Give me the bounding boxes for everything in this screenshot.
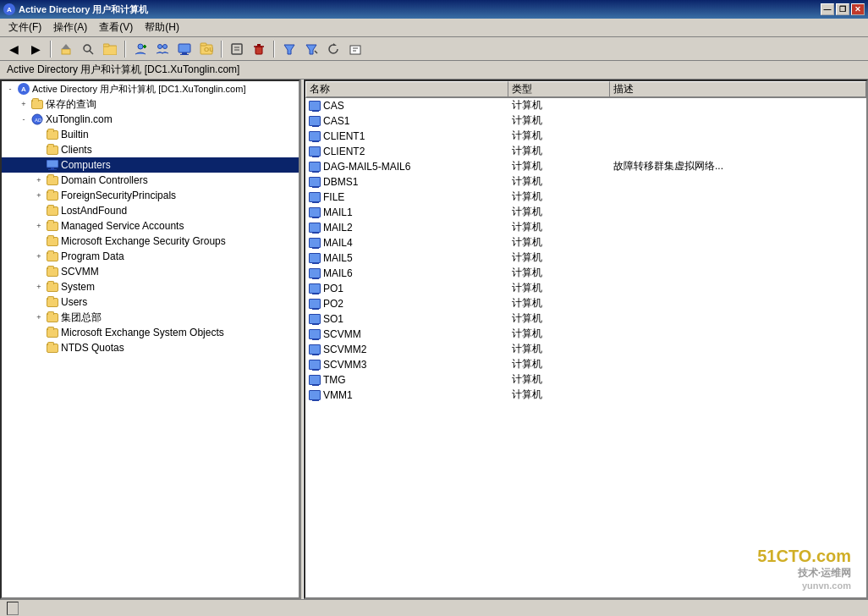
tree-item-system[interactable]: + System: [2, 279, 299, 294]
list-item-name: DAG-MAIL5-MAIL6: [323, 161, 410, 173]
computer-icon: [309, 253, 321, 263]
tree-icon-users: [46, 295, 59, 309]
tree-item-managed-service[interactable]: + Managed Service Accounts: [2, 218, 299, 234]
list-item[interactable]: MAIL1计算机: [305, 205, 866, 220]
list-item-type: 计算机: [508, 113, 610, 129]
tree-expand-saved-queries[interactable]: +: [17, 97, 30, 111]
tree-root[interactable]: - A Active Directory 用户和计算机 [DC1.XuTongl…: [2, 81, 299, 96]
tree-expand-jituanzongbu[interactable]: +: [32, 311, 46, 324]
svg-point-10: [163, 44, 168, 48]
menu-file[interactable]: 文件(F): [3, 19, 47, 36]
toolbar-sep-4: [273, 41, 275, 58]
col-header-description[interactable]: 描述: [610, 81, 866, 98]
list-item[interactable]: FILE计算机: [305, 190, 866, 205]
tree-item-program-data[interactable]: + Program Data: [2, 249, 299, 264]
list-item[interactable]: SCVMM2计算机: [305, 342, 866, 357]
tree-item-users[interactable]: Users: [2, 294, 299, 310]
tree-item-foreign-security[interactable]: + ForeignSecurityPrincipals: [2, 188, 299, 203]
list-item[interactable]: DAG-MAIL5-MAIL6计算机故障转移群集虚拟网络...: [305, 159, 866, 174]
forward-button[interactable]: ▶: [25, 40, 46, 58]
tree-item-jituanzongbu[interactable]: + 集团总部: [2, 310, 299, 325]
list-item[interactable]: MAIL5计算机: [305, 250, 866, 266]
tree-icon-scvmm: [46, 265, 59, 278]
tree-item-saved-queries[interactable]: + 保存的查询: [2, 96, 299, 112]
list-item[interactable]: CLIENT1计算机: [305, 129, 866, 144]
list-item[interactable]: MAIL2计算机: [305, 220, 866, 235]
computer-icon: [309, 360, 321, 370]
properties-button[interactable]: [227, 40, 247, 58]
restore-button[interactable]: ❐: [836, 3, 849, 15]
tree-item-domain-controllers[interactable]: + Domain Controllers: [2, 173, 299, 188]
list-item[interactable]: TMG计算机: [305, 372, 866, 388]
tree-expand-system[interactable]: +: [32, 280, 46, 294]
delete-button[interactable]: [249, 40, 269, 58]
tree-item-builtin[interactable]: Builtin: [2, 127, 299, 142]
tree-expand-xutonglin[interactable]: -: [17, 113, 30, 126]
close-button[interactable]: ✕: [851, 3, 865, 15]
tree-root-expand[interactable]: -: [3, 82, 17, 96]
list-item[interactable]: MAIL4计算机: [305, 235, 866, 250]
menu-action[interactable]: 操作(A): [48, 19, 92, 36]
tree-expand-domain-controllers[interactable]: +: [32, 173, 46, 187]
list-item[interactable]: CAS计算机: [305, 98, 866, 113]
new-computer-button[interactable]: [174, 40, 195, 58]
col-header-name[interactable]: 名称: [305, 81, 508, 98]
list-item[interactable]: CAS1计算机: [305, 113, 866, 129]
tree-item-clients[interactable]: Clients: [2, 142, 299, 157]
new-group-button[interactable]: [152, 40, 173, 58]
tree-item-ms-exchange-system[interactable]: Microsoft Exchange System Objects: [2, 325, 299, 340]
tree-expand-program-data[interactable]: +: [32, 250, 46, 263]
tree-expand-lostandfound: [32, 204, 46, 217]
computer-icon: [309, 344, 321, 355]
new-ou-button[interactable]: OU: [196, 40, 217, 58]
list-item-type: 计算机: [508, 372, 610, 388]
list-item-type: 计算机: [508, 205, 610, 220]
tree-expand-foreign-security[interactable]: +: [32, 189, 46, 202]
tree-item-ms-exchange-security[interactable]: Microsoft Exchange Security Groups: [2, 234, 299, 249]
list-item-description: [610, 174, 866, 190]
tree-item-computers[interactable]: Computers: [2, 157, 299, 173]
menu-help[interactable]: 帮助(H): [140, 19, 184, 36]
col-header-type[interactable]: 类型: [508, 81, 610, 98]
tree-expand-managed-service[interactable]: +: [32, 219, 46, 233]
status-text: [7, 602, 19, 615]
list-panel[interactable]: 名称 类型 描述 CAS计算机CAS1计算机CLIENT1计算机CLIENT2计…: [304, 80, 868, 599]
title-bar-title: A Active Directory 用户和计算机: [3, 3, 148, 16]
list-item[interactable]: PO1计算机: [305, 281, 866, 296]
list-item-description: [610, 205, 866, 220]
tree-icon-foreign-security: [46, 189, 59, 202]
list-item[interactable]: VMM1计算机: [305, 388, 866, 403]
tree-root-label: Active Directory 用户和计算机 [DC1.XuTonglin.c…: [32, 83, 245, 96]
title-controls: — ❐ ✕: [821, 3, 865, 15]
list-item[interactable]: PO2计算机: [305, 296, 866, 311]
tree-item-ntds-quotas[interactable]: NTDS Quotas: [2, 340, 299, 355]
list-item[interactable]: CLIENT2计算机: [305, 144, 866, 159]
svg-rect-11: [179, 44, 190, 52]
up-button[interactable]: [56, 40, 76, 58]
list-item[interactable]: SO1计算机: [305, 311, 866, 327]
list-item[interactable]: SCVMM3计算机: [305, 357, 866, 372]
list-item[interactable]: DBMS1计算机: [305, 174, 866, 190]
export-button[interactable]: [345, 40, 365, 58]
list-item[interactable]: SCVMM计算机: [305, 327, 866, 342]
tree-icon-system: [46, 280, 59, 294]
list-item-description: [610, 388, 866, 403]
list-item-name: PO1: [323, 283, 343, 294]
filter-options-button[interactable]: [301, 40, 321, 58]
refresh-button[interactable]: [323, 40, 343, 58]
computer-icon: [309, 116, 321, 126]
back-button[interactable]: ◀: [3, 40, 24, 58]
filter-button[interactable]: [279, 40, 299, 58]
tree-item-lostandfound[interactable]: LostAndFound: [2, 203, 299, 218]
new-user-button[interactable]: [130, 40, 151, 58]
list-item[interactable]: MAIL6计算机: [305, 266, 866, 281]
tree-item-scvmm[interactable]: SCVMM: [2, 264, 299, 279]
list-item-description: [610, 342, 866, 357]
folder-button[interactable]: [100, 40, 120, 58]
minimize-button[interactable]: —: [821, 3, 834, 15]
computer-icon: [309, 223, 321, 233]
menu-view[interactable]: 查看(V): [94, 19, 138, 36]
tree-panel[interactable]: - A Active Directory 用户和计算机 [DC1.XuTongl…: [0, 80, 300, 599]
tree-item-xutonglin[interactable]: - AD XuTonglin.com: [2, 112, 299, 127]
search-button[interactable]: [78, 40, 98, 58]
